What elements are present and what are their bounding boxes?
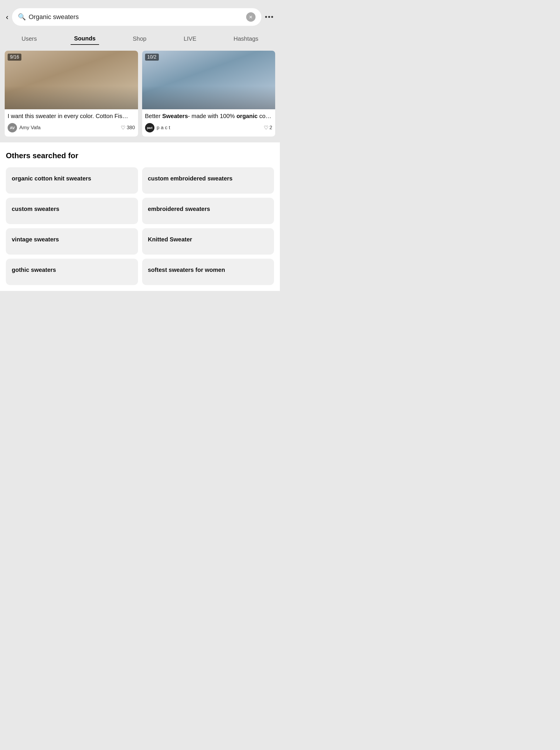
search-chip-vintage-sweaters[interactable]: vintage sweaters bbox=[6, 228, 138, 255]
clear-button[interactable]: ✕ bbox=[246, 12, 256, 22]
video-thumbnail-2: 10/2 bbox=[142, 51, 276, 109]
search-bar: 🔍 ✕ bbox=[12, 8, 261, 26]
filter-tabs: Users Sounds Shop LIVE Hashtags bbox=[0, 31, 280, 51]
video-date-badge-1: 9/16 bbox=[7, 54, 21, 61]
pact-logo: pact bbox=[147, 126, 153, 129]
video-section: 9/16 I want this sweater in every color.… bbox=[0, 51, 280, 142]
others-section: Others searched for organic cotton knit … bbox=[0, 142, 280, 291]
search-chip-gothic-sweaters[interactable]: gothic sweaters bbox=[6, 259, 138, 285]
video-meta-1: AV Amy Vafa ♡ 380 bbox=[7, 123, 135, 133]
search-input[interactable] bbox=[29, 13, 243, 21]
avatar-2: pact bbox=[145, 123, 155, 133]
video-info-1: I want this sweater in every color. Cott… bbox=[5, 109, 138, 137]
video-author-2: pact p a c t bbox=[145, 123, 170, 133]
back-button[interactable]: ‹ bbox=[6, 13, 8, 22]
avatar-1: AV bbox=[7, 123, 17, 133]
more-options-button[interactable]: ••• bbox=[265, 13, 274, 21]
like-number-1: 380 bbox=[126, 125, 135, 131]
tab-users[interactable]: Users bbox=[18, 33, 40, 45]
video-info-2: Better Sweaters- made with 100% organic … bbox=[142, 109, 276, 137]
video-date-badge-2: 10/2 bbox=[145, 54, 159, 61]
tab-live[interactable]: LIVE bbox=[180, 33, 200, 45]
video-title-2: Better Sweaters- made with 100% organic … bbox=[145, 112, 273, 120]
like-count-2: ♡ 2 bbox=[264, 124, 272, 131]
search-chip-embroidered-sweaters[interactable]: embroidered sweaters bbox=[142, 198, 274, 224]
heart-icon-1: ♡ bbox=[121, 124, 125, 131]
author-name-2: p a c t bbox=[157, 125, 170, 131]
heart-icon-2: ♡ bbox=[264, 124, 268, 131]
header: ‹ 🔍 ✕ ••• bbox=[0, 0, 280, 31]
video-card-2[interactable]: 10/2 Better Sweaters- made with 100% org… bbox=[142, 51, 276, 137]
tab-shop[interactable]: Shop bbox=[129, 33, 150, 45]
like-number-2: 2 bbox=[269, 125, 272, 131]
video-meta-2: pact p a c t ♡ 2 bbox=[145, 123, 273, 133]
search-chip-organic-cotton-knit[interactable]: organic cotton knit sweaters bbox=[6, 167, 138, 194]
search-chips-grid: organic cotton knit sweaters custom embr… bbox=[6, 167, 274, 285]
search-chip-custom-embroidered[interactable]: custom embroidered sweaters bbox=[142, 167, 274, 194]
search-chip-custom-sweaters[interactable]: custom sweaters bbox=[6, 198, 138, 224]
author-name-1: Amy Vafa bbox=[19, 125, 40, 131]
video-title-1: I want this sweater in every color. Cott… bbox=[7, 112, 135, 120]
others-searched-title: Others searched for bbox=[6, 151, 274, 160]
tab-sounds[interactable]: Sounds bbox=[71, 33, 99, 45]
video-card-1[interactable]: 9/16 I want this sweater in every color.… bbox=[5, 51, 138, 137]
video-author-1: AV Amy Vafa bbox=[7, 123, 40, 133]
video-thumbnail-1: 9/16 bbox=[5, 51, 138, 109]
search-icon: 🔍 bbox=[18, 13, 26, 21]
search-chip-softest-sweaters[interactable]: softest sweaters for women bbox=[142, 259, 274, 285]
tab-hashtags[interactable]: Hashtags bbox=[230, 33, 262, 45]
search-chip-knitted-sweater[interactable]: Knitted Sweater bbox=[142, 228, 274, 255]
like-count-1: ♡ 380 bbox=[121, 124, 135, 131]
